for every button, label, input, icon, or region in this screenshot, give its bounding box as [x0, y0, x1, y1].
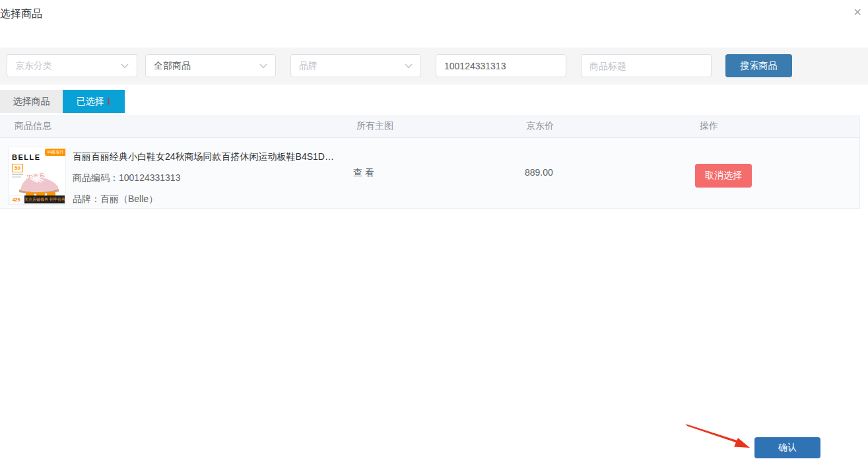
col-header-actions: 操作	[700, 120, 718, 132]
chevron-down-icon	[405, 63, 413, 69]
product-image-corner-badge: 99超省日	[45, 149, 65, 156]
search-products-button[interactable]: 搜索商品	[725, 54, 792, 77]
tab-label: 已选择	[76, 96, 104, 108]
selected-products-table: 商品信息 所有主图 京东价 操作 BELLE 99超省日 50 JD京东	[0, 115, 860, 209]
select-product-modal: 选择商品 × 京东分类 全部商品 品牌 搜索商品 选择商品 已选择 1 商品信息…	[0, 0, 868, 459]
table-row: BELLE 99超省日 50 JD京东 429 关注店铺领券 到手价再减 百丽百…	[0, 138, 859, 209]
chevron-down-icon	[259, 63, 267, 69]
sku-input[interactable]	[436, 54, 566, 77]
title-search-input[interactable]	[581, 54, 712, 77]
close-icon[interactable]: ×	[853, 5, 861, 18]
brand-placeholder: 品牌	[299, 60, 405, 72]
product-title: 百丽百丽经典小白鞋女24秋商场同款百搭休闲运动板鞋B4S1D…	[73, 151, 334, 163]
cancel-select-button[interactable]: 取消选择	[695, 164, 752, 188]
chevron-down-icon	[121, 63, 129, 69]
product-code-line: 商品编码：100124331313	[73, 172, 334, 184]
product-price: 889.00	[525, 167, 553, 178]
annotation-arrow-icon	[682, 421, 756, 452]
filter-bar: 京东分类 全部商品 品牌 搜索商品	[0, 48, 868, 85]
product-scope-select[interactable]: 全部商品	[145, 54, 276, 77]
col-header-main-images: 所有主图	[356, 120, 393, 132]
product-image: BELLE 99超省日 50 JD京东 429 关注店铺领券 到手价再减	[8, 147, 66, 205]
product-brand: 百丽（Belle）	[100, 194, 158, 204]
product-brand-line: 品牌：百丽（Belle）	[73, 194, 334, 205]
product-image-banner: 关注店铺领券 到手价再减	[24, 195, 65, 203]
product-brand-label: 品牌：	[73, 194, 100, 204]
col-header-jd-price: 京东价	[526, 120, 554, 132]
tab-label: 选择商品	[13, 96, 50, 108]
tabs: 选择商品 已选择 1	[0, 90, 125, 113]
jd-category-select[interactable]: 京东分类	[7, 54, 137, 77]
tab-selected[interactable]: 已选择 1	[63, 90, 125, 113]
selected-count-badge: 1	[106, 96, 111, 106]
modal-title: 选择商品	[0, 7, 42, 21]
product-scope-value: 全部商品	[154, 60, 259, 72]
brand-select[interactable]: 品牌	[290, 54, 421, 77]
view-images-link[interactable]: 查 看	[353, 167, 374, 179]
sneaker-illustration	[17, 170, 63, 195]
product-code: 100124331313	[119, 172, 180, 183]
confirm-button[interactable]: 确认	[754, 437, 820, 458]
product-image-price-tag: 429	[9, 195, 23, 203]
product-code-label: 商品编码：	[73, 172, 119, 183]
tab-select-products[interactable]: 选择商品	[0, 90, 63, 113]
product-info: 百丽百丽经典小白鞋女24秋商场同款百搭休闲运动板鞋B4S1D… 商品编码：100…	[73, 141, 334, 205]
table-header: 商品信息 所有主图 京东价 操作	[0, 115, 859, 138]
col-header-product-info: 商品信息	[15, 120, 51, 132]
product-image-brand-text: BELLE	[12, 153, 41, 161]
jd-category-placeholder: 京东分类	[15, 60, 121, 72]
